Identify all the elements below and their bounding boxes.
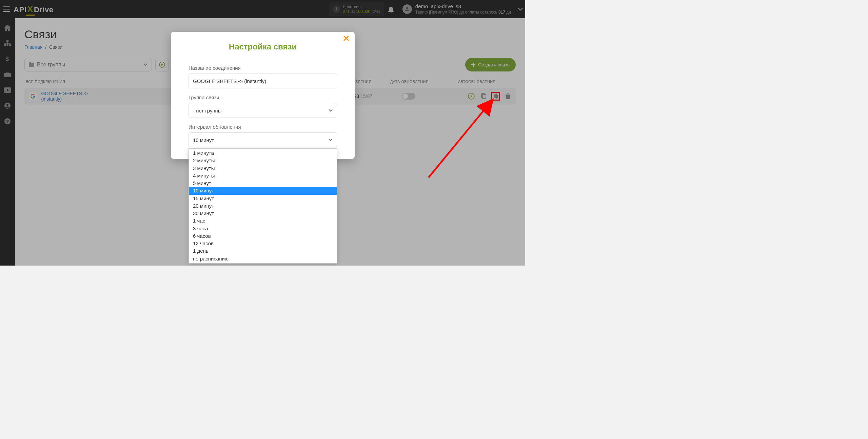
close-modal-button[interactable] (343, 35, 349, 41)
field-label-name: Название соединения (189, 65, 337, 71)
interval-option[interactable]: 3 часа (189, 225, 337, 232)
interval-dropdown-list: 1 минута2 минуты3 минуты4 минуты5 минут1… (189, 148, 337, 264)
group-select[interactable]: - нет группы - (189, 103, 337, 118)
interval-option[interactable]: 1 день (189, 247, 337, 255)
interval-option[interactable]: 12 часов (189, 240, 337, 247)
chevron-down-icon (329, 109, 333, 112)
interval-option[interactable]: 20 минут (189, 202, 337, 210)
interval-option[interactable]: 30 минут (189, 210, 337, 217)
modal-title: Настройка связи (171, 42, 355, 51)
interval-option[interactable]: 15 минут (189, 195, 337, 202)
interval-select[interactable]: 10 минут (189, 132, 337, 147)
interval-option[interactable]: 3 минуты (189, 165, 337, 172)
chevron-down-icon (329, 139, 333, 141)
interval-option[interactable]: по расписанию (189, 255, 337, 263)
interval-option[interactable]: 1 час (189, 217, 337, 225)
connection-name-input[interactable] (189, 74, 337, 88)
interval-option[interactable]: 5 минут (189, 180, 337, 187)
interval-option[interactable]: 1 минута (189, 149, 337, 157)
interval-option[interactable]: 4 минуты (189, 172, 337, 180)
field-label-group: Группа связи (189, 95, 337, 100)
group-select-value: - нет группы - (193, 108, 225, 113)
connection-settings-modal: Настройка связи Название соединения Груп… (171, 32, 355, 159)
interval-option[interactable]: 6 часов (189, 232, 337, 240)
interval-select-value: 10 минут (193, 137, 214, 143)
field-label-interval: Интервал обновления (189, 124, 337, 130)
interval-option[interactable]: 10 минут (189, 187, 337, 194)
interval-option[interactable]: 2 минуты (189, 157, 337, 164)
